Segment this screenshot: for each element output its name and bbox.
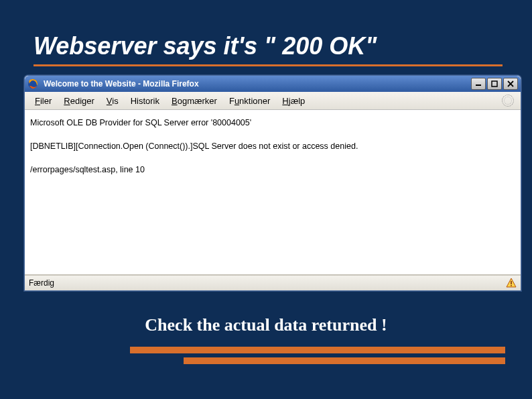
menu-hjaelp-label: jælp — [289, 96, 306, 106]
menu-bogmaerker[interactable]: Bogmærker — [165, 95, 223, 107]
page-content: Microsoft OLE DB Provider for SQL Server… — [25, 110, 521, 275]
decorative-bar-1 — [130, 347, 505, 353]
menu-funktioner-label: nktioner — [239, 96, 270, 106]
menu-funktioner[interactable]: Funktioner — [223, 95, 276, 107]
menubar: Filer Rediger Vis Historik Bogmærker Fun… — [25, 92, 521, 110]
window-title: Welcome to the Website - Mozilla Firefox — [42, 79, 471, 89]
menu-historik[interactable]: Historik — [125, 95, 165, 107]
warning-icon — [506, 278, 517, 288]
menu-vis[interactable]: Vis — [101, 95, 125, 107]
status-text: Færdig — [29, 278, 506, 288]
titlebar: Welcome to the Website - Mozilla Firefox — [25, 76, 521, 92]
menu-bogmaerker-label: ogmærker — [178, 96, 217, 106]
menu-hjaelp[interactable]: Hjælp — [276, 95, 311, 107]
decorative-bars — [130, 347, 505, 364]
error-line-3: /errorpages/sqltest.asp, line 10 — [30, 164, 515, 176]
svg-rect-2 — [492, 81, 497, 87]
minimize-button[interactable] — [471, 78, 486, 90]
menu-filer[interactable]: Filer — [29, 95, 58, 107]
svg-rect-6 — [511, 285, 512, 286]
svg-rect-5 — [511, 281, 512, 284]
slide-caption: Check the actual data returned ! — [0, 315, 532, 335]
statusbar: Færdig — [25, 274, 521, 290]
close-button[interactable] — [503, 78, 518, 90]
menu-filer-label: iler — [40, 96, 52, 106]
slide-title: Webserver says it's " 200 OK" — [34, 32, 377, 60]
throbber-icon — [502, 95, 514, 107]
firefox-icon — [27, 78, 38, 89]
title-underline — [34, 64, 503, 66]
error-line-1: Microsoft OLE DB Provider for SQL Server… — [30, 117, 515, 129]
decorative-bar-2 — [184, 357, 505, 364]
window-controls — [471, 78, 518, 90]
menu-vis-label: is — [112, 96, 118, 106]
menu-rediger[interactable]: Rediger — [58, 95, 101, 107]
maximize-button[interactable] — [487, 78, 502, 90]
browser-window: Welcome to the Website - Mozilla Firefox… — [24, 75, 521, 291]
error-line-2: [DBNETLIB][Connection.Open (Connect()).]… — [30, 140, 515, 153]
menu-historik-label: Historik — [131, 96, 159, 106]
menu-rediger-label: ediger — [70, 96, 94, 106]
